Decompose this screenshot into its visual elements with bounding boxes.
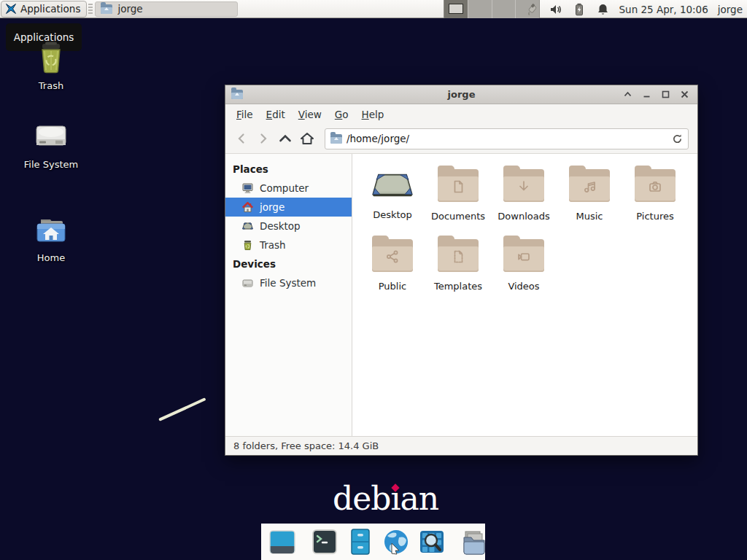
file-label: Downloads: [498, 211, 549, 222]
drive-harddisk-icon: [241, 277, 254, 289]
user-home-icon: [241, 201, 254, 214]
file-item-videos[interactable]: Videos: [491, 233, 557, 303]
desktop-icon-label: File System: [24, 159, 78, 170]
computer-icon: [241, 182, 254, 195]
network-cable-icon[interactable]: [526, 2, 540, 16]
menu-edit[interactable]: Edit: [260, 106, 292, 123]
application-finder-icon[interactable]: [417, 527, 446, 556]
trash-icon: [241, 239, 254, 252]
desktop-icon: [370, 163, 415, 208]
up-button[interactable]: [275, 128, 295, 149]
sidebar-item-desktop[interactable]: Desktop: [225, 217, 352, 236]
location-input[interactable]: [347, 133, 667, 144]
file-item-pictures[interactable]: Pictures: [622, 163, 688, 233]
debian-logo: debıan: [333, 480, 438, 517]
file-label: Documents: [431, 211, 485, 222]
workspace-2[interactable]: [468, 0, 492, 18]
workspace-3[interactable]: [492, 0, 516, 18]
sidebar-item-trash[interactable]: Trash: [225, 236, 352, 254]
battery-icon[interactable]: [573, 2, 587, 16]
taskbar-window-button[interactable]: jorge: [95, 1, 238, 17]
file-manager-window: jorge File Edit View Go Help: [225, 85, 698, 456]
tasklist-grip[interactable]: [88, 4, 93, 15]
sidebar-item-computer[interactable]: Computer: [225, 179, 352, 198]
file-label: Videos: [508, 281, 539, 292]
desktop-icon-label: Trash: [39, 80, 63, 91]
terminal-icon[interactable]: [310, 527, 339, 556]
menu-go[interactable]: Go: [328, 106, 355, 123]
file-view[interactable]: Desktop Documents Downloads: [352, 154, 697, 436]
file-item-downloads[interactable]: Downloads: [491, 163, 557, 233]
home-folder-icon: [34, 215, 69, 247]
forward-button[interactable]: [253, 128, 274, 149]
drive-harddisk-icon: [34, 122, 69, 154]
file-manager-icon[interactable]: [346, 527, 375, 556]
minimize-button[interactable]: [642, 90, 651, 99]
file-label: Pictures: [636, 211, 673, 222]
file-label: Public: [379, 281, 406, 292]
notifications-bell-icon[interactable]: [596, 2, 610, 16]
top-panel: Applications jorge: [0, 0, 747, 18]
window-controls: [623, 90, 697, 99]
show-desktop-icon[interactable]: [268, 527, 297, 556]
maximize-button[interactable]: [661, 90, 670, 99]
menu-help[interactable]: Help: [355, 106, 391, 123]
file-label: Desktop: [373, 209, 412, 220]
sidebar-header-devices: Devices: [225, 254, 352, 273]
clock[interactable]: Sun 25 Apr, 10:06: [619, 4, 708, 15]
status-text: 8 folders, Free space: 14.4 GiB: [233, 440, 379, 451]
taskbar-window-label: jorge: [117, 3, 142, 15]
file-label: Music: [576, 211, 603, 222]
workspace-1[interactable]: [444, 0, 468, 18]
desktop-icon-file-system[interactable]: File System: [11, 122, 91, 170]
desktop-icon-home[interactable]: Home: [11, 215, 91, 263]
toolbar: [225, 124, 697, 154]
sidebar-item-file-system[interactable]: File System: [225, 273, 352, 292]
folder-documents-icon: [438, 169, 479, 202]
sidebar-item-label: Desktop: [260, 220, 301, 232]
xfce-applications-icon: [5, 3, 17, 15]
menu-view[interactable]: View: [292, 106, 328, 123]
titlebar[interactable]: jorge: [225, 85, 697, 104]
shade-button[interactable]: [623, 90, 632, 99]
desktop-icon-label: Home: [37, 252, 65, 263]
web-browser-icon[interactable]: [382, 527, 411, 556]
file-item-music[interactable]: Music: [557, 163, 622, 233]
sidebar: Places Computer: [225, 154, 352, 436]
file-item-documents[interactable]: Documents: [425, 163, 491, 233]
sidebar-item-label: jorge: [260, 201, 285, 213]
folder-icon: [330, 134, 342, 144]
applications-menu-button[interactable]: Applications: [1, 1, 87, 18]
dock-panel: [261, 524, 485, 560]
volume-icon[interactable]: [549, 2, 563, 16]
close-button[interactable]: [680, 90, 689, 99]
file-label: Templates: [434, 281, 482, 292]
sidebar-item-jorge[interactable]: jorge: [225, 198, 352, 217]
file-item-templates[interactable]: Templates: [425, 233, 491, 303]
trash-icon: [34, 40, 69, 75]
desktop-icon-trash[interactable]: Trash: [11, 40, 91, 91]
folder-music-icon: [569, 169, 610, 202]
workspace-window-miniature: [449, 4, 463, 14]
desktop: Applications jorge: [0, 0, 747, 560]
menu-file[interactable]: File: [230, 106, 260, 123]
sidebar-item-label: Trash: [260, 239, 286, 251]
folder-templates-icon: [438, 239, 479, 272]
home-button[interactable]: [297, 128, 317, 149]
location-bar[interactable]: [325, 128, 689, 149]
reload-button[interactable]: [672, 133, 683, 144]
folder-videos-icon: [503, 239, 544, 272]
user-actions-button[interactable]: jorge: [718, 4, 743, 15]
system-tray: Sun 25 Apr, 10:06 jorge: [526, 0, 743, 18]
debian-diamond-dot: [391, 483, 399, 491]
desktop-icon: [241, 220, 254, 233]
back-button[interactable]: [231, 128, 252, 149]
sidebar-item-label: Computer: [260, 182, 309, 194]
file-item-public[interactable]: Public: [360, 233, 425, 303]
folder-download-icon: [503, 169, 544, 202]
directory-menu-icon[interactable]: [460, 527, 489, 556]
folder-pictures-icon: [635, 169, 676, 202]
sidebar-header-places: Places: [225, 160, 352, 179]
menubar: File Edit View Go Help: [225, 104, 697, 124]
file-item-desktop[interactable]: Desktop: [360, 163, 425, 233]
